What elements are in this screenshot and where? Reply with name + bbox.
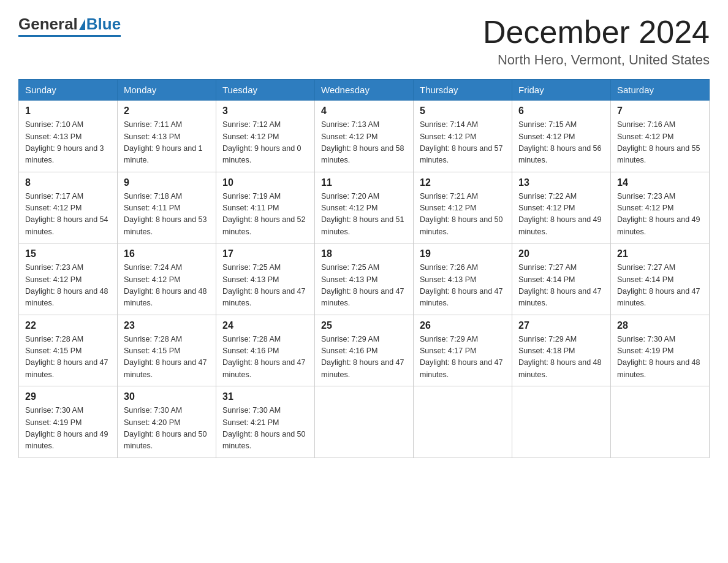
daylight-label: Daylight: 8 hours and 53 minutes. <box>124 215 207 236</box>
sunset-label: Sunset: 4:14 PM <box>518 275 575 284</box>
day-number: 6 <box>518 105 604 117</box>
sunrise-label: Sunrise: 7:15 AM <box>518 120 577 129</box>
day-number: 17 <box>222 248 308 259</box>
sunrise-label: Sunrise: 7:12 AM <box>222 120 281 129</box>
sunset-label: Sunset: 4:21 PM <box>222 418 279 427</box>
sunrise-label: Sunrise: 7:28 AM <box>222 335 281 343</box>
calendar-cell: 16 Sunrise: 7:24 AM Sunset: 4:12 PM Dayl… <box>118 243 216 315</box>
day-number: 15 <box>25 248 111 259</box>
day-number: 24 <box>222 320 308 331</box>
day-info: Sunrise: 7:12 AM Sunset: 4:12 PM Dayligh… <box>222 119 308 167</box>
calendar-cell <box>611 386 710 458</box>
day-info: Sunrise: 7:22 AM Sunset: 4:12 PM Dayligh… <box>518 191 604 239</box>
sunrise-label: Sunrise: 7:28 AM <box>124 335 182 343</box>
calendar-week-row: 8 Sunrise: 7:17 AM Sunset: 4:12 PM Dayli… <box>19 172 710 243</box>
calendar-week-row: 15 Sunrise: 7:23 AM Sunset: 4:12 PM Dayl… <box>19 243 710 315</box>
day-number: 27 <box>518 320 604 331</box>
day-number: 14 <box>617 177 703 188</box>
day-number: 10 <box>222 177 308 188</box>
sunset-label: Sunset: 4:19 PM <box>25 418 82 427</box>
sunrise-label: Sunrise: 7:30 AM <box>617 335 675 343</box>
sunset-label: Sunset: 4:13 PM <box>25 132 82 141</box>
daylight-label: Daylight: 8 hours and 47 minutes. <box>518 287 602 307</box>
calendar-cell: 31 Sunrise: 7:30 AM Sunset: 4:21 PM Dayl… <box>216 386 315 458</box>
sunrise-label: Sunrise: 7:10 AM <box>25 120 83 129</box>
sunset-label: Sunset: 4:12 PM <box>518 132 575 141</box>
day-info: Sunrise: 7:30 AM Sunset: 4:20 PM Dayligh… <box>124 405 210 453</box>
day-number: 29 <box>25 391 111 402</box>
sunrise-label: Sunrise: 7:29 AM <box>518 335 577 343</box>
daylight-label: Daylight: 8 hours and 47 minutes. <box>321 287 404 307</box>
calendar-cell: 2 Sunrise: 7:11 AM Sunset: 4:13 PM Dayli… <box>118 101 216 172</box>
calendar-cell: 24 Sunrise: 7:28 AM Sunset: 4:16 PM Dayl… <box>216 315 315 386</box>
calendar-cell: 21 Sunrise: 7:27 AM Sunset: 4:14 PM Dayl… <box>611 243 710 315</box>
calendar-week-row: 22 Sunrise: 7:28 AM Sunset: 4:15 PM Dayl… <box>19 315 710 386</box>
daylight-label: Daylight: 8 hours and 58 minutes. <box>321 144 404 164</box>
sunset-label: Sunset: 4:12 PM <box>124 275 180 284</box>
sunset-label: Sunset: 4:11 PM <box>222 204 279 212</box>
weekday-header-friday: Friday <box>512 80 611 101</box>
day-number: 11 <box>321 177 407 188</box>
calendar-cell: 18 Sunrise: 7:25 AM Sunset: 4:13 PM Dayl… <box>315 243 414 315</box>
daylight-label: Daylight: 8 hours and 47 minutes. <box>420 287 503 307</box>
day-info: Sunrise: 7:29 AM Sunset: 4:17 PM Dayligh… <box>420 334 506 381</box>
sunrise-label: Sunrise: 7:25 AM <box>222 263 281 272</box>
daylight-label: Daylight: 9 hours and 0 minutes. <box>222 144 301 164</box>
month-title: December 2024 <box>483 15 710 50</box>
calendar-week-row: 29 Sunrise: 7:30 AM Sunset: 4:19 PM Dayl… <box>19 386 710 458</box>
sunset-label: Sunset: 4:11 PM <box>124 204 180 212</box>
calendar-cell: 8 Sunrise: 7:17 AM Sunset: 4:12 PM Dayli… <box>19 172 118 243</box>
calendar-week-row: 1 Sunrise: 7:10 AM Sunset: 4:13 PM Dayli… <box>19 101 710 172</box>
logo-triangle-icon <box>79 19 85 30</box>
sunset-label: Sunset: 4:12 PM <box>25 204 82 212</box>
day-info: Sunrise: 7:23 AM Sunset: 4:12 PM Dayligh… <box>617 191 703 239</box>
day-number: 25 <box>321 320 407 331</box>
weekday-header-sunday: Sunday <box>19 80 118 101</box>
day-number: 18 <box>321 248 407 259</box>
daylight-label: Daylight: 8 hours and 47 minutes. <box>617 287 700 307</box>
sunrise-label: Sunrise: 7:27 AM <box>617 263 675 272</box>
calendar-cell: 26 Sunrise: 7:29 AM Sunset: 4:17 PM Dayl… <box>414 315 512 386</box>
daylight-label: Daylight: 8 hours and 48 minutes. <box>518 358 602 378</box>
sunset-label: Sunset: 4:12 PM <box>222 132 279 141</box>
calendar-cell: 20 Sunrise: 7:27 AM Sunset: 4:14 PM Dayl… <box>512 243 611 315</box>
sunset-label: Sunset: 4:12 PM <box>321 132 377 141</box>
day-info: Sunrise: 7:25 AM Sunset: 4:13 PM Dayligh… <box>321 262 407 310</box>
sunset-label: Sunset: 4:12 PM <box>420 132 476 141</box>
daylight-label: Daylight: 8 hours and 56 minutes. <box>518 144 602 164</box>
weekday-header-tuesday: Tuesday <box>216 80 315 101</box>
day-number: 3 <box>222 105 308 117</box>
day-info: Sunrise: 7:27 AM Sunset: 4:14 PM Dayligh… <box>518 262 604 310</box>
sunset-label: Sunset: 4:12 PM <box>518 204 575 212</box>
daylight-label: Daylight: 8 hours and 48 minutes. <box>25 287 108 307</box>
sunset-label: Sunset: 4:17 PM <box>420 347 476 355</box>
sunset-label: Sunset: 4:15 PM <box>124 347 180 355</box>
sunrise-label: Sunrise: 7:16 AM <box>617 120 675 129</box>
sunrise-label: Sunrise: 7:30 AM <box>124 406 182 415</box>
daylight-label: Daylight: 8 hours and 50 minutes. <box>124 430 207 450</box>
calendar-cell: 19 Sunrise: 7:26 AM Sunset: 4:13 PM Dayl… <box>414 243 512 315</box>
day-info: Sunrise: 7:11 AM Sunset: 4:13 PM Dayligh… <box>124 119 210 167</box>
day-number: 30 <box>124 391 210 402</box>
sunset-label: Sunset: 4:20 PM <box>124 418 180 427</box>
calendar-cell: 11 Sunrise: 7:20 AM Sunset: 4:12 PM Dayl… <box>315 172 414 243</box>
day-info: Sunrise: 7:28 AM Sunset: 4:15 PM Dayligh… <box>25 334 111 381</box>
sunrise-label: Sunrise: 7:28 AM <box>25 335 83 343</box>
calendar-cell: 6 Sunrise: 7:15 AM Sunset: 4:12 PM Dayli… <box>512 101 611 172</box>
daylight-label: Daylight: 8 hours and 47 minutes. <box>420 358 503 378</box>
weekday-header-monday: Monday <box>118 80 216 101</box>
day-number: 22 <box>25 320 111 331</box>
day-info: Sunrise: 7:30 AM Sunset: 4:19 PM Dayligh… <box>25 405 111 453</box>
day-number: 7 <box>617 105 703 117</box>
day-info: Sunrise: 7:26 AM Sunset: 4:13 PM Dayligh… <box>420 262 506 310</box>
daylight-label: Daylight: 8 hours and 47 minutes. <box>25 358 108 378</box>
daylight-label: Daylight: 8 hours and 47 minutes. <box>222 287 306 307</box>
day-number: 2 <box>124 105 210 117</box>
calendar-cell: 14 Sunrise: 7:23 AM Sunset: 4:12 PM Dayl… <box>611 172 710 243</box>
daylight-label: Daylight: 8 hours and 55 minutes. <box>617 144 700 164</box>
day-number: 4 <box>321 105 407 117</box>
title-area: December 2024 North Hero, Vermont, Unite… <box>483 15 710 68</box>
day-number: 13 <box>518 177 604 188</box>
day-info: Sunrise: 7:25 AM Sunset: 4:13 PM Dayligh… <box>222 262 308 310</box>
sunset-label: Sunset: 4:14 PM <box>617 275 673 284</box>
